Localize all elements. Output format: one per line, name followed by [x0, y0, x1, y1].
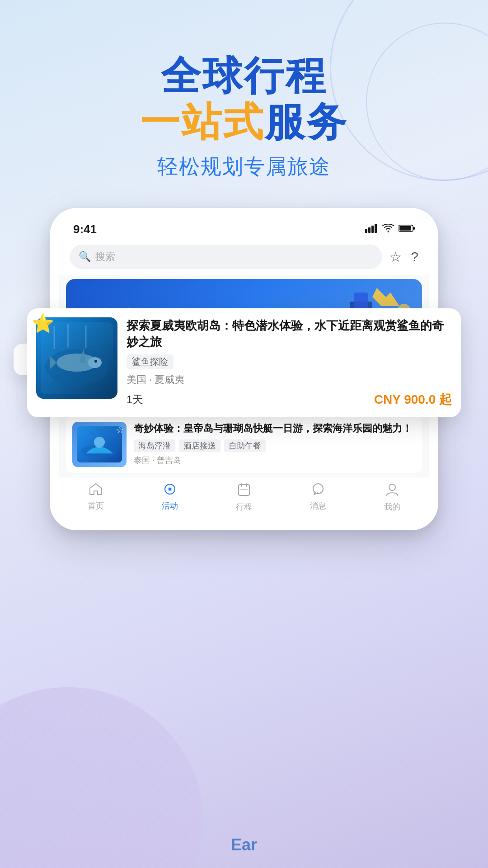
search-placeholder: 搜索	[95, 250, 115, 264]
hero-orange-text: 一站式	[140, 99, 265, 144]
search-input[interactable]: 🔍 搜索	[70, 245, 382, 269]
hero-blue-text: 服务	[265, 99, 348, 144]
svg-rect-6	[399, 226, 411, 231]
svg-point-23	[389, 484, 395, 491]
itinerary-icon	[238, 483, 250, 500]
card-tags-1: 海岛浮潜 酒店接送 自助午餐	[134, 439, 416, 452]
status-time: 9:41	[73, 222, 97, 236]
card-tag-lunch: 自助午餐	[224, 439, 266, 452]
svg-rect-1	[368, 227, 371, 233]
nav-itinerary-label: 行程	[236, 501, 252, 512]
svg-point-17	[169, 488, 171, 491]
card-tag-hotel: 酒店接送	[179, 439, 221, 452]
nav-home[interactable]: 首页	[88, 483, 104, 512]
card-title-1: 奇妙体验：皇帝岛与珊瑚岛快艇一日游，探索海洋乐园的魅力！	[134, 422, 416, 436]
card-image-1: ☆	[72, 422, 127, 467]
nav-messages[interactable]: 消息	[310, 483, 326, 512]
card-content-1: 奇妙体验：皇帝岛与珊瑚岛快艇一日游，探索海洋乐园的魅力！ 海岛浮潜 酒店接送 自…	[134, 422, 416, 467]
svg-rect-0	[365, 229, 367, 233]
svg-rect-5	[413, 227, 415, 230]
phone-mockup: 🏛 文化 🏔 自然 9:41	[50, 208, 438, 530]
nav-profile-label: 我的	[384, 501, 400, 512]
svg-point-30	[94, 360, 97, 363]
battery-icon	[399, 224, 415, 236]
search-actions: ☆ ?	[389, 249, 418, 265]
status-bar: 9:41	[59, 217, 429, 240]
svg-rect-3	[375, 224, 377, 233]
hero-title-line2: 一站式服务	[0, 98, 488, 146]
nav-activity[interactable]: 活动	[162, 483, 178, 512]
featured-content: 探索夏威夷欧胡岛：特色潜水体验，水下近距离观赏鲨鱼的奇妙之旅 鲨鱼探险 美国 ·…	[127, 317, 452, 409]
nav-messages-label: 消息	[310, 500, 326, 511]
nav-profile[interactable]: 我的	[384, 483, 400, 512]
svg-point-29	[88, 357, 102, 368]
featured-price: CNY 900.0 起	[374, 391, 452, 408]
nav-activity-label: 活动	[162, 500, 178, 511]
svg-point-14	[94, 437, 105, 448]
profile-icon	[386, 483, 399, 500]
bottom-nav: 首页 活动	[59, 477, 429, 521]
card-location-1: 泰国 · 普吉岛	[134, 455, 416, 466]
card-tag-snorkel: 海岛浮潜	[134, 439, 175, 452]
featured-image: ⭐	[36, 317, 117, 399]
svg-rect-18	[239, 485, 249, 495]
messages-icon	[311, 483, 325, 499]
search-bar-row: 🔍 搜索 ☆ ?	[59, 240, 429, 275]
bottom-label: Ear	[0, 835, 488, 854]
svg-rect-2	[371, 226, 374, 233]
featured-tag: 鲨鱼探险	[127, 354, 174, 369]
wifi-icon	[382, 224, 394, 236]
status-icons	[365, 224, 415, 236]
featured-location: 美国 · 夏威夷	[127, 373, 452, 387]
featured-footer: 1天 CNY 900.0 起	[127, 391, 452, 408]
hero-title-line1: 全球行程	[0, 54, 488, 98]
nav-itinerary[interactable]: 行程	[236, 483, 252, 512]
featured-duration: 1天	[127, 392, 143, 407]
hero-subtitle: 轻松规划专属旅途	[0, 153, 488, 181]
search-icon: 🔍	[79, 251, 91, 263]
hero-section: 全球行程 一站式服务 轻松规划专属旅途	[0, 0, 488, 208]
activity-icon	[163, 483, 177, 499]
activity-card-1[interactable]: ☆ 奇妙体验：皇	[66, 415, 422, 473]
featured-title: 探索夏威夷欧胡岛：特色潜水体验，水下近距离观赏鲨鱼的奇妙之旅	[127, 317, 452, 350]
featured-card[interactable]: ⭐	[27, 308, 461, 418]
favorite-icon[interactable]: ☆	[389, 249, 402, 265]
nav-home-label: 首页	[88, 500, 104, 511]
card-favorite-icon[interactable]: ☆	[116, 425, 124, 435]
signal-icon	[365, 224, 378, 236]
home-icon	[89, 483, 103, 499]
svg-marker-9	[372, 288, 399, 306]
featured-star-icon: ⭐	[32, 313, 54, 334]
help-icon[interactable]: ?	[411, 249, 418, 265]
